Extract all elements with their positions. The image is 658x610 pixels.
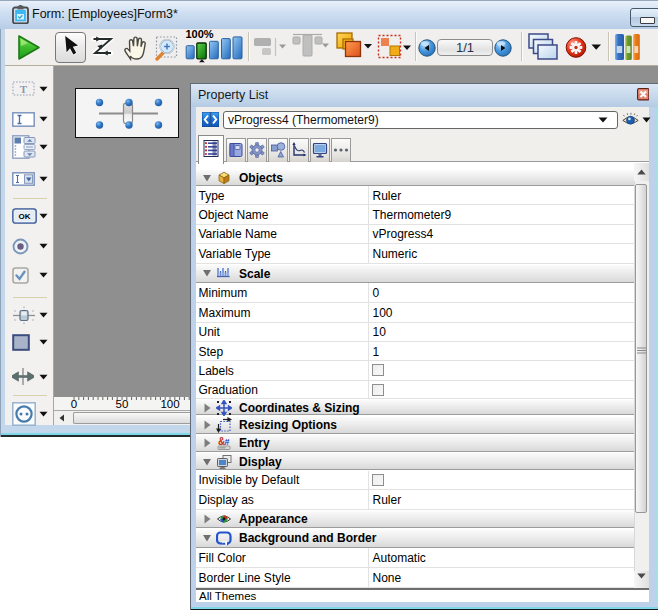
svg-text:T: T: [20, 83, 28, 95]
svg-text:#: #: [225, 436, 230, 446]
svg-text:OK: OK: [19, 212, 31, 221]
